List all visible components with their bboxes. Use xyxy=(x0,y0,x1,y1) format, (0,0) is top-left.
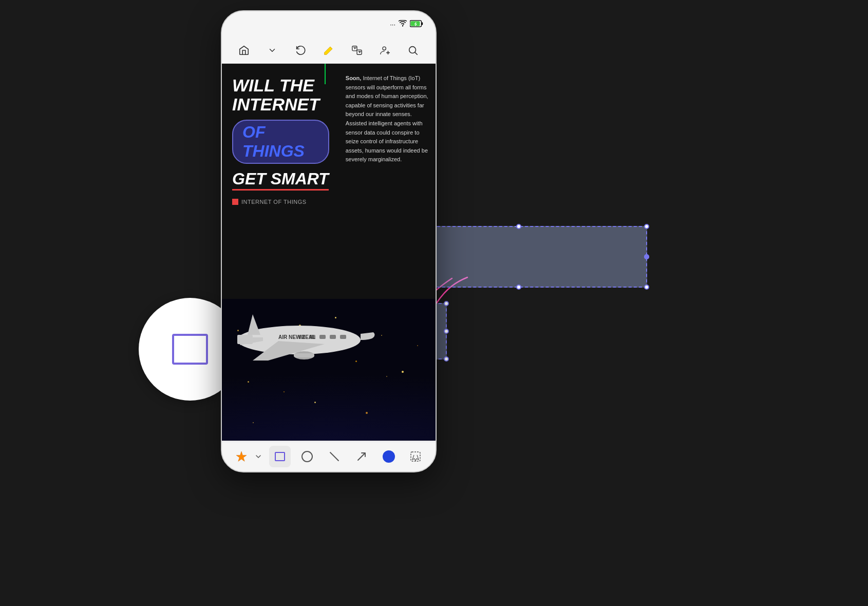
shapes-dropdown[interactable] xyxy=(253,446,263,467)
search-button[interactable] xyxy=(403,40,423,61)
article-content: WILL THE INTERNET OF THINGS GET SMART IN… xyxy=(222,64,436,443)
article-body-text: Soon, Internet of Things (IoT) sensors w… xyxy=(346,74,429,164)
circle-outline-icon xyxy=(301,451,313,462)
svg-rect-2 xyxy=(422,22,423,25)
image-section: AIR NEW ZEAL xyxy=(222,299,436,443)
dots-icon: ··· xyxy=(390,21,395,28)
fill-circle-icon xyxy=(383,450,395,463)
battery-icon xyxy=(410,20,423,29)
svg-point-6 xyxy=(383,47,386,50)
app-toolbar xyxy=(222,37,436,64)
handle-br[interactable] xyxy=(644,285,649,290)
home-button[interactable] xyxy=(234,40,254,61)
status-bar: ··· xyxy=(222,11,436,37)
rectangle-tool[interactable] xyxy=(269,446,291,467)
handle-tr[interactable] xyxy=(644,224,649,229)
airplane-image: AIR NEW ZEAL xyxy=(237,304,381,386)
pencil-button[interactable] xyxy=(318,40,339,61)
svg-rect-11 xyxy=(294,353,314,357)
status-icons: ··· xyxy=(390,20,423,29)
earth-background: AIR NEW ZEAL xyxy=(222,299,436,443)
svg-text:AIR NEW ZEAL: AIR NEW ZEAL xyxy=(278,334,315,340)
shapes-button[interactable] xyxy=(231,446,252,467)
line-tool[interactable] xyxy=(324,446,345,467)
handle-br[interactable] xyxy=(444,356,449,362)
rectangle-icon xyxy=(172,334,208,365)
handle-tm[interactable] xyxy=(516,224,521,229)
rect-outline-icon xyxy=(275,452,285,461)
handle-tr[interactable] xyxy=(444,301,449,306)
svg-rect-16 xyxy=(340,335,346,339)
svg-rect-14 xyxy=(319,335,326,339)
person-add-button[interactable] xyxy=(375,40,395,61)
arrow-tool[interactable] xyxy=(351,446,372,467)
wifi-icon xyxy=(399,20,407,29)
circle-tool[interactable] xyxy=(296,446,318,467)
dropdown-button[interactable] xyxy=(262,40,282,61)
bottom-toolbar xyxy=(222,441,436,471)
article-title-line1: WILL THE INTERNET xyxy=(232,76,329,115)
handle-right-outside[interactable] xyxy=(644,254,649,259)
line-icon xyxy=(330,451,339,461)
phone-frame: ··· xyxy=(221,10,437,472)
svg-point-0 xyxy=(402,25,403,26)
undo-button[interactable] xyxy=(290,40,311,61)
category-square xyxy=(232,199,238,205)
article-category: INTERNET OF THINGS xyxy=(232,199,329,205)
of-things-highlight: OF THINGS xyxy=(232,120,329,164)
select-tool[interactable] xyxy=(405,446,426,467)
cursor-line xyxy=(325,64,326,84)
fill-color-button[interactable] xyxy=(378,446,400,467)
handle-mr[interactable] xyxy=(444,329,449,334)
svg-rect-15 xyxy=(330,335,336,339)
article-title-line4: GET SMART xyxy=(232,169,329,191)
translate-button[interactable] xyxy=(347,40,367,61)
handle-bm[interactable] xyxy=(516,285,521,290)
